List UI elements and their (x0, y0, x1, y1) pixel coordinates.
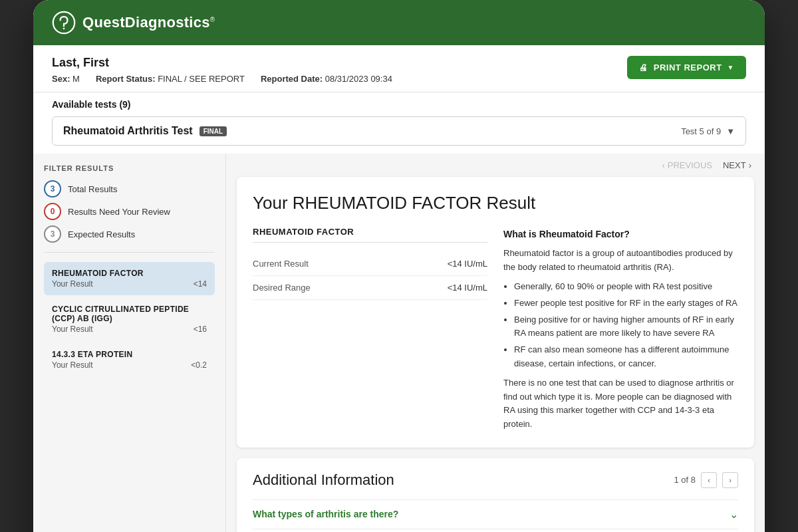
ccp-result-value: <16 (194, 325, 207, 334)
main-panel: ‹ PREVIOUS NEXT › Your RHEUMATOID FACTOR… (226, 154, 765, 532)
result-card-body: RHEUMATOID FACTOR Current Result <14 IU/… (253, 227, 738, 432)
additional-info-header: Additional Information 1 of 8 ‹ › (253, 471, 738, 489)
chevron-right-icon: › (749, 160, 751, 170)
logo-text: QuestDiagnostics® (82, 14, 215, 31)
needs-review-label: Results Need Your Review (68, 207, 170, 217)
nav-bar: ‹ PREVIOUS NEXT › (226, 154, 765, 177)
info-bullets: Generally, 60 to 90% or people with RA t… (503, 280, 738, 371)
pagination-prev-button[interactable]: ‹ (701, 472, 717, 488)
filter-label: FILTER RESULTS (44, 164, 215, 172)
eta-protein-result-value: <0.2 (191, 360, 207, 370)
desired-range-value: <14 IU/mL (448, 283, 487, 293)
result-row-current: Current Result <14 IU/mL (253, 252, 487, 276)
result-section-title: RHEUMATOID FACTOR (253, 227, 487, 243)
expected-results-badge: 3 (44, 225, 61, 243)
printer-icon: 🖨 (639, 63, 648, 72)
svg-point-0 (53, 12, 74, 33)
pagination-next-button[interactable]: › (722, 472, 738, 488)
faq-item-2[interactable]: What are the Symptoms of rheumatoid arth… (253, 529, 738, 532)
info-para1: Rheumatoid factor is a group of autoanti… (503, 247, 738, 275)
final-badge: FINAL (200, 126, 227, 136)
result-card-title: Your RHEUMATOID FACTOR Result (253, 193, 738, 213)
info-para2: There is no one test that can be used to… (503, 376, 738, 432)
selected-test-name: Rheumatoid Arthritis Test (63, 125, 193, 137)
current-result-label: Current Result (253, 259, 309, 269)
expected-results-label: Expected Results (68, 229, 135, 239)
faq-item-1[interactable]: What types of arthritis are there? ⌄ (253, 499, 738, 529)
filter-total-results[interactable]: 3 Total Results (44, 180, 215, 198)
sidebar-test-ccp[interactable]: CYCLIC CITRULLINATED PEPTIDE (CCP) AB (I… (44, 298, 215, 340)
ccp-result-row: Your Result <16 (52, 325, 207, 334)
patient-meta: Sex: M Report Status: FINAL / SEE REPORT… (52, 74, 392, 84)
pagination: 1 of 8 ‹ › (674, 472, 738, 488)
patient-date: Reported Date: 08/31/2023 09:34 (261, 74, 392, 84)
previous-button[interactable]: ‹ PREVIOUS (662, 160, 712, 170)
bullet-1: Generally, 60 to 90% or people with RA t… (514, 280, 738, 294)
pagination-counter: 1 of 8 (674, 475, 696, 485)
bullet-3: Being positive for or having higher amou… (514, 313, 738, 341)
sidebar-divider (44, 252, 215, 253)
faq-question-1: What types of arthritis are there? (253, 509, 398, 519)
test-dropdown-chevron: ▼ (726, 126, 735, 136)
result-row-desired: Desired Range <14 IU/mL (253, 276, 487, 300)
filter-needs-review[interactable]: 0 Results Need Your Review (44, 203, 215, 220)
body-layout: FILTER RESULTS 3 Total Results 0 Results… (33, 154, 765, 532)
desired-range-label: Desired Range (253, 283, 311, 293)
chevron-left-icon: ‹ (662, 160, 664, 170)
patient-status: Report Status: FINAL / SEE REPORT (96, 74, 245, 84)
additional-info-card: Additional Information 1 of 8 ‹ › What t… (237, 458, 754, 532)
eta-protein-result-row: Your Result <0.2 (52, 360, 207, 370)
info-title: What is Rheumatoid Factor? (503, 227, 738, 241)
rheumatoid-factor-result-row: Your Result <14 (52, 279, 207, 289)
available-tests-section: Available tests (9) Rheumatoid Arthritis… (33, 92, 765, 154)
bullet-4: RF can also mean someone has a different… (514, 343, 738, 371)
next-label: NEXT (723, 160, 746, 170)
current-result-value: <14 IU/mL (448, 259, 487, 269)
bullet-2: Fewer people test positive for RF in the… (514, 297, 738, 311)
available-tests-label: Available tests (9) (52, 99, 746, 110)
test-selector[interactable]: Rheumatoid Arthritis Test FINAL Test 5 o… (52, 116, 746, 146)
total-results-label: Total Results (68, 184, 117, 194)
svg-point-1 (63, 28, 65, 30)
test-selector-right: Test 5 of 9 ▼ (681, 126, 735, 136)
device-frame: QuestDiagnostics® Last, First Sex: M Rep… (33, 0, 765, 532)
previous-label: PREVIOUS (668, 160, 712, 170)
test-selector-left: Rheumatoid Arthritis Test FINAL (63, 125, 227, 137)
next-button[interactable]: NEXT › (723, 160, 751, 170)
faq-chevron-1: ⌄ (730, 508, 738, 521)
quest-logo-icon (52, 11, 76, 35)
ccp-result-label: Your Result (52, 325, 93, 334)
sidebar-test-rheumatoid-factor[interactable]: RHEUMATOID FACTOR Your Result <14 (44, 262, 215, 295)
total-results-badge: 3 (44, 180, 61, 198)
patient-sex: Sex: M (52, 74, 80, 84)
patient-name: Last, First (52, 56, 392, 70)
chevron-down-icon: ▼ (728, 64, 734, 71)
print-btn-label: PRINT REPORT (654, 63, 722, 72)
test-counter: Test 5 of 9 (681, 126, 721, 136)
rheumatoid-factor-result-label: Your Result (52, 279, 93, 289)
info-section: What is Rheumatoid Factor? Rheumatoid fa… (503, 227, 738, 432)
result-table-section: RHEUMATOID FACTOR Current Result <14 IU/… (253, 227, 487, 432)
app-header: QuestDiagnostics® (33, 0, 765, 45)
filter-expected-results[interactable]: 3 Expected Results (44, 225, 215, 243)
eta-protein-name: 14.3.3 ETA PROTEIN (52, 350, 207, 359)
print-report-button[interactable]: 🖨 PRINT REPORT ▼ (627, 56, 746, 79)
logo-area: QuestDiagnostics® (52, 11, 215, 35)
rheumatoid-factor-name: RHEUMATOID FACTOR (52, 269, 207, 278)
main-content: Last, First Sex: M Report Status: FINAL … (33, 45, 765, 154)
patient-info: Last, First Sex: M Report Status: FINAL … (52, 56, 392, 84)
additional-info-title: Additional Information (253, 471, 394, 489)
patient-header: Last, First Sex: M Report Status: FINAL … (33, 45, 765, 92)
needs-review-badge: 0 (44, 203, 61, 220)
sidebar-test-eta-protein[interactable]: 14.3.3 ETA PROTEIN Your Result <0.2 (44, 343, 215, 376)
ccp-name: CYCLIC CITRULLINATED PEPTIDE (CCP) AB (I… (52, 305, 207, 323)
sidebar: FILTER RESULTS 3 Total Results 0 Results… (33, 154, 226, 532)
eta-protein-result-label: Your Result (52, 360, 93, 370)
result-card: Your RHEUMATOID FACTOR Result RHEUMATOID… (237, 177, 754, 448)
rheumatoid-factor-result-value: <14 (194, 279, 207, 289)
